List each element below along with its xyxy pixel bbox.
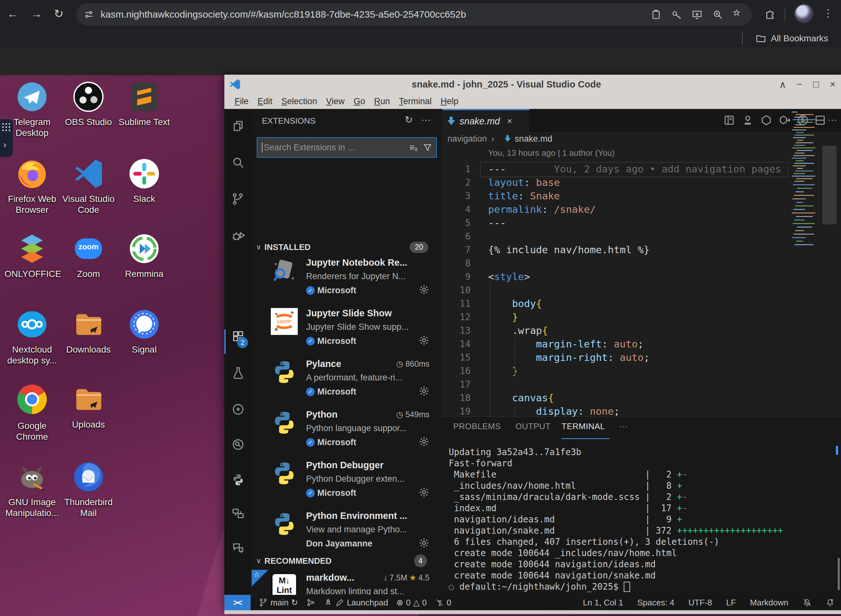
manage-gear-icon[interactable] [419, 386, 429, 396]
maximize-button[interactable]: □ [808, 79, 824, 90]
profile-avatar[interactable] [794, 4, 813, 23]
desktop-icon-remmina[interactable]: Remmina [117, 233, 172, 280]
desktop-icon-vscode[interactable]: Visual Studio Code [61, 158, 116, 216]
token-inspector-icon[interactable] [760, 114, 772, 126]
code-line[interactable]: 11 body{ [442, 297, 788, 310]
python-environments-icon[interactable] [231, 438, 245, 451]
browser-menu-icon[interactable]: ⋮ [823, 7, 833, 19]
code-line[interactable]: 13 .wrap{ [442, 324, 788, 337]
desktop-icon-thunderbird[interactable]: Thunderbird Mail [61, 461, 116, 519]
extension-item-pylance[interactable]: Pylance◷ 860msA performant, feature-ri..… [252, 356, 442, 405]
back-icon[interactable]: ← [7, 7, 19, 21]
breadcrumb-file[interactable]: snake.md [515, 134, 552, 144]
code-line[interactable]: 12 } [442, 310, 788, 324]
extension-item-jupyter-slide-show[interactable]: jupyterJupyter Slide ShowJupyter Slide S… [252, 305, 442, 354]
url-text[interactable]: kasm.nighthawkcodingsociety.com/#/kasm/c… [101, 9, 466, 20]
code-line[interactable]: 16 } [442, 364, 788, 378]
desktop-icon-uploads[interactable]: Uploads [61, 383, 116, 430]
close-button[interactable]: × [824, 79, 841, 90]
extensions-puzzle-icon[interactable] [765, 8, 776, 20]
code-line[interactable]: 19 display: none; [442, 405, 788, 418]
code-line[interactable]: 3title: Snake [442, 189, 788, 202]
all-bookmarks-button[interactable]: All Bookmarks [742, 33, 828, 44]
menu-go[interactable]: Go [349, 97, 369, 106]
desktop-icon-signal[interactable]: Signal [117, 308, 172, 355]
gitlens-graph-icon[interactable] [741, 114, 754, 126]
code-line[interactable]: 17 [442, 378, 788, 391]
menu-edit[interactable]: Edit [253, 97, 277, 106]
manage-gear-icon[interactable] [419, 487, 429, 498]
desktop-icon-sublime[interactable]: Sublime Text [117, 81, 172, 128]
menu-file[interactable]: File [230, 97, 253, 106]
extension-item-python-environment[interactable]: Python Environment ...View and manage Py… [252, 508, 442, 557]
extensions-search-input[interactable]: Search Extensions in ... ≡ₓ [257, 137, 437, 158]
code-line[interactable]: 18 canvas{ [442, 391, 788, 405]
clipboard-icon[interactable] [651, 9, 662, 20]
desktop-icon-slack[interactable]: Slack [117, 158, 172, 204]
editor-more-actions-icon[interactable]: ··· [828, 114, 840, 126]
breadcrumb[interactable]: navigation › snake.md [442, 132, 841, 145]
remote-explorer-icon[interactable] [231, 506, 245, 520]
problems-item[interactable]: ⊗ 0 △ 0 [397, 598, 427, 608]
manage-gear-icon[interactable] [419, 436, 429, 447]
code-line[interactable]: 6 [442, 229, 788, 243]
manage-gear-icon[interactable] [419, 537, 429, 549]
eol[interactable]: LF [726, 598, 736, 608]
desktop-icon-chrome[interactable]: Google Chrome [4, 383, 60, 442]
indentation[interactable]: Spaces: 4 [637, 598, 674, 608]
ports-item[interactable]: 0 [435, 598, 451, 608]
site-settings-icon[interactable] [84, 9, 94, 20]
do-not-disturb-icon[interactable] [803, 598, 812, 607]
reload-icon[interactable]: ↻ [54, 7, 63, 21]
breadcrumb-folder[interactable]: navigation [447, 134, 487, 144]
zoom-page-icon[interactable] [712, 9, 723, 20]
code-line[interactable]: 1--- You, 2 days ago • add navigation pa… [442, 162, 788, 176]
desktop-icon-zoom[interactable]: zoomZoom [61, 233, 116, 280]
desktop-icon-obs[interactable]: OBS Studio [61, 81, 116, 128]
encoding[interactable]: UTF-8 [689, 598, 712, 608]
extension-item-python[interactable]: Python◷ 549msPython language suppor...✓M… [252, 407, 442, 455]
terminal-scrollbar[interactable] [838, 558, 840, 590]
code-line[interactable]: 10 [442, 283, 788, 297]
code-line[interactable]: 7{% include nav/home.html %} [442, 243, 788, 257]
launchpad-item[interactable]: Launchpad [324, 598, 388, 608]
code-line[interactable]: 15 margin-right: auto; [442, 351, 788, 364]
code-line[interactable]: 8 [442, 257, 788, 270]
open-preview-icon[interactable] [723, 114, 735, 126]
refresh-icon[interactable]: ↻ [405, 114, 413, 125]
code-line[interactable]: 14 margin-left: auto; [442, 337, 788, 351]
tab-output[interactable]: OUTPUT [515, 421, 551, 431]
tab-snake-md[interactable]: snake.md × [442, 109, 529, 132]
extension-item-python-debugger[interactable]: Python DebuggerPython Debugger exten...✓… [252, 458, 442, 506]
menu-run[interactable]: Run [369, 97, 394, 106]
terminal-output[interactable]: Updating 3a52a43..7a1fe3bFast-forward Ma… [449, 446, 783, 592]
cursor-position[interactable]: Ln 1, Col 1 [583, 598, 623, 608]
code-line[interactable]: 9<style> [442, 270, 788, 283]
code-line[interactable]: 4permalink: /snake/ [442, 202, 788, 216]
language-mode[interactable]: Markdown [750, 598, 788, 608]
editor-scrollbar[interactable] [822, 146, 837, 224]
scm-graph-item[interactable] [306, 598, 315, 607]
tab-terminal[interactable]: TERMINAL [561, 421, 605, 431]
clear-search-icon[interactable]: ≡ₓ [409, 142, 418, 153]
panel-more-tabs-icon[interactable]: ··· [619, 421, 628, 431]
menu-selection[interactable]: Selection [277, 97, 321, 106]
menu-view[interactable]: View [321, 97, 349, 106]
search-icon[interactable] [231, 156, 245, 169]
minimap[interactable] [790, 109, 821, 462]
desktop-icon-downloads[interactable]: Downloads [61, 308, 116, 355]
manage-gear-icon[interactable] [419, 335, 429, 346]
notifications-bell-icon[interactable] [826, 598, 835, 607]
run-debug-icon[interactable] [231, 229, 245, 242]
source-control-icon[interactable] [231, 192, 245, 206]
remote-indicator[interactable]: >< [224, 595, 251, 610]
desktop-icon-nextcloud[interactable]: Nextcloud desktop sy... [4, 308, 60, 366]
menu-terminal[interactable]: Terminal [394, 97, 436, 106]
menu-help[interactable]: Help [436, 97, 463, 106]
desktop-icon-telegram[interactable]: Telegram Desktop [4, 81, 60, 138]
views-more-actions-icon[interactable]: ··· [421, 114, 431, 125]
bookmark-star-icon[interactable] [733, 9, 744, 20]
jupyter-icon[interactable] [231, 403, 245, 416]
sync-icon[interactable]: ↻ [291, 598, 298, 608]
minimize-button[interactable]: − [791, 79, 808, 90]
